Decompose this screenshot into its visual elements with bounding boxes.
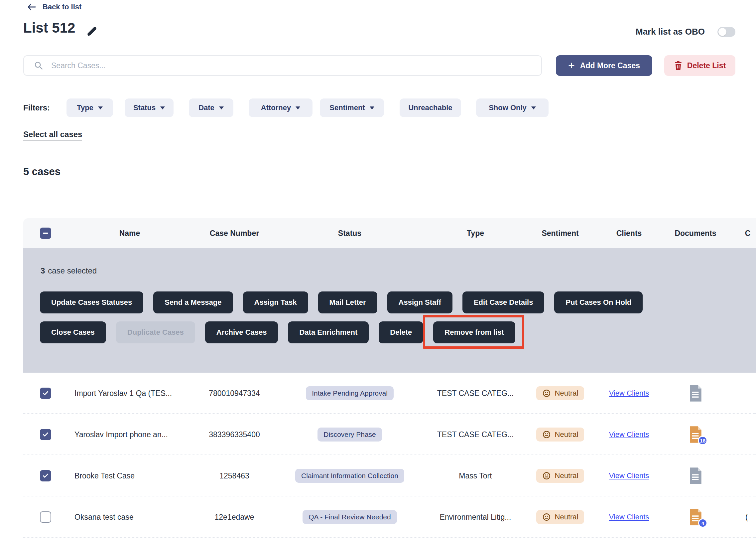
filters-label: Filters: bbox=[23, 103, 50, 113]
toggle-knob bbox=[718, 28, 726, 36]
sentiment-badge: Neutral bbox=[536, 469, 585, 483]
table-row: Brooke Test Case 1258463 Claimant Inform… bbox=[23, 455, 756, 496]
view-clients-link[interactable]: View Clients bbox=[609, 513, 649, 521]
table-row: Import Yaroslav 1 Qa (TES... 78001094733… bbox=[23, 373, 756, 414]
column-header-case-number: Case Number bbox=[184, 218, 284, 248]
filter-date-label: Date bbox=[198, 104, 214, 112]
archive-cases-button[interactable]: Archive Cases bbox=[205, 321, 278, 343]
status-badge: Claimant Information Collection bbox=[295, 469, 404, 483]
clients-cell: View Clients bbox=[588, 455, 670, 496]
filter-status-dropdown[interactable]: Status bbox=[125, 99, 173, 117]
view-clients-link[interactable]: View Clients bbox=[609, 471, 649, 480]
status-badge: QA - Final Review Needed bbox=[303, 510, 396, 524]
send-a-message-button[interactable]: Send a Message bbox=[153, 291, 233, 313]
case-number: 383396335400 bbox=[184, 414, 284, 455]
sentiment-label: Neutral bbox=[555, 430, 579, 439]
status-badge: Intake Pending Approval bbox=[306, 386, 393, 400]
table-row: Yaroslav Import phone an... 383396335400… bbox=[23, 414, 756, 455]
view-clients-link[interactable]: View Clients bbox=[609, 389, 649, 398]
column-header-documents: Documents bbox=[654, 218, 737, 248]
edit-case-details-button[interactable]: Edit Case Details bbox=[462, 291, 545, 313]
back-to-list-link[interactable]: Back to list bbox=[27, 3, 82, 11]
delete-list-button[interactable]: Delete List bbox=[664, 55, 735, 76]
update-cases-statuses-button[interactable]: Update Cases Statuses bbox=[40, 291, 143, 313]
chevron-down-icon bbox=[160, 107, 165, 110]
selected-count-text: 3case selected bbox=[41, 266, 97, 275]
table-row: Oksana test case 12e1edawe QA - Final Re… bbox=[23, 496, 756, 538]
row-checkbox[interactable] bbox=[40, 470, 51, 481]
delete-button[interactable]: Delete bbox=[378, 321, 423, 343]
select-all-checkbox[interactable] bbox=[40, 228, 51, 239]
documents-count-badge: 18 bbox=[698, 436, 707, 445]
add-more-cases-label: Add More Cases bbox=[580, 61, 640, 70]
chevron-down-icon bbox=[219, 107, 224, 110]
page-title: List 512 bbox=[23, 20, 75, 36]
documents-count-badge: 4 bbox=[698, 518, 707, 528]
status-badge: Discovery Phase bbox=[318, 427, 382, 441]
row-checkbox[interactable] bbox=[40, 388, 51, 399]
documents-button[interactable]: 18 bbox=[688, 426, 703, 443]
status-cell: QA - Final Review Needed bbox=[283, 496, 416, 538]
case-list-page: Back to list List 512 Mark list as OBO +… bbox=[0, 0, 756, 541]
case-number: 1258463 bbox=[184, 455, 284, 496]
sentiment-label: Neutral bbox=[555, 389, 579, 398]
filter-sentiment-label: Sentiment bbox=[330, 104, 365, 112]
filter-attorney-dropdown[interactable]: Attorney bbox=[249, 99, 313, 117]
status-cell: Claimant Information Collection bbox=[283, 455, 416, 496]
obo-toggle[interactable] bbox=[717, 27, 735, 37]
check-icon bbox=[42, 431, 49, 438]
sentiment-badge: Neutral bbox=[536, 510, 585, 524]
sentiment-badge: Neutral bbox=[536, 427, 585, 441]
bulk-actions-row-2: Close Cases Duplicate Cases Archive Case… bbox=[40, 321, 515, 343]
filter-show-only-dropdown[interactable]: Show Only bbox=[476, 99, 549, 117]
column-header-name: Name bbox=[97, 218, 163, 248]
mark-list-obo: Mark list as OBO bbox=[635, 27, 735, 37]
cases-table: Name Case Number Status Type Sentiment C… bbox=[23, 218, 756, 538]
put-cases-on-hold-button[interactable]: Put Cases On Hold bbox=[554, 291, 642, 313]
view-clients-link[interactable]: View Clients bbox=[609, 430, 649, 439]
search-cases-box bbox=[23, 55, 542, 76]
remove-from-list-button[interactable]: Remove from list bbox=[433, 321, 515, 343]
filter-date-dropdown[interactable]: Date bbox=[189, 99, 233, 117]
status-cell: Intake Pending Approval bbox=[283, 373, 416, 414]
clipped-cell-text: ( bbox=[745, 496, 755, 538]
clients-cell: View Clients bbox=[588, 414, 670, 455]
search-cases-input[interactable] bbox=[51, 61, 451, 71]
assign-staff-button[interactable]: Assign Staff bbox=[387, 291, 452, 313]
mail-letter-button[interactable]: Mail Letter bbox=[318, 291, 378, 313]
row-checkbox[interactable] bbox=[40, 429, 51, 440]
check-icon bbox=[42, 390, 49, 397]
neutral-face-icon bbox=[542, 430, 551, 439]
row-checkbox[interactable] bbox=[40, 511, 51, 523]
pencil-icon bbox=[86, 25, 98, 37]
back-to-list-label: Back to list bbox=[43, 3, 82, 11]
column-header-clipped: C bbox=[738, 218, 756, 248]
documents-button[interactable]: 4 bbox=[688, 508, 703, 526]
filter-type-dropdown[interactable]: Type bbox=[67, 99, 113, 117]
filter-status-label: Status bbox=[133, 104, 155, 112]
filter-sentiment-dropdown[interactable]: Sentiment bbox=[320, 99, 384, 117]
data-enrichment-button[interactable]: Data Enrichment bbox=[288, 321, 369, 343]
neutral-face-icon bbox=[542, 389, 551, 398]
assign-task-button[interactable]: Assign Task bbox=[243, 291, 308, 313]
filter-unreachable-label: Unreachable bbox=[408, 104, 452, 112]
edit-title-button[interactable] bbox=[86, 25, 98, 39]
documents-button[interactable] bbox=[688, 385, 703, 402]
neutral-face-icon bbox=[542, 471, 551, 480]
select-all-cases-link[interactable]: Select all cases bbox=[23, 130, 82, 140]
minus-icon bbox=[43, 233, 48, 234]
neutral-face-icon bbox=[542, 513, 551, 521]
filter-unreachable-pill[interactable]: Unreachable bbox=[399, 99, 461, 117]
column-header-status: Status bbox=[300, 218, 399, 248]
document-gray-icon bbox=[688, 467, 703, 484]
sentiment-badge: Neutral bbox=[536, 386, 585, 400]
close-cases-button[interactable]: Close Cases bbox=[40, 321, 106, 343]
document-gray-icon bbox=[688, 385, 703, 402]
add-more-cases-button[interactable]: + Add More Cases bbox=[556, 55, 652, 76]
cases-count: 5 cases bbox=[23, 166, 61, 178]
delete-list-label: Delete List bbox=[687, 61, 726, 70]
chevron-down-icon bbox=[531, 107, 536, 110]
search-icon bbox=[34, 61, 43, 70]
documents-button[interactable] bbox=[688, 467, 703, 484]
documents-cell bbox=[682, 373, 709, 414]
